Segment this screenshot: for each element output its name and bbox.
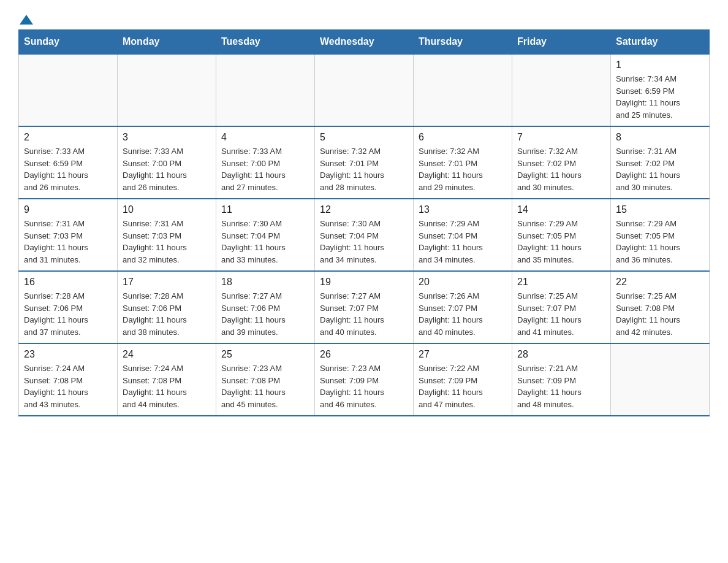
calendar-day-cell: 22Sunrise: 7:25 AM Sunset: 7:08 PM Dayli… bbox=[611, 271, 710, 343]
day-number: 14 bbox=[517, 204, 605, 215]
calendar-day-cell bbox=[216, 54, 315, 126]
calendar-week-row: 16Sunrise: 7:28 AM Sunset: 7:06 PM Dayli… bbox=[19, 271, 710, 343]
day-info: Sunrise: 7:21 AM Sunset: 7:09 PM Dayligh… bbox=[517, 362, 605, 410]
day-info: Sunrise: 7:25 AM Sunset: 7:08 PM Dayligh… bbox=[616, 290, 704, 338]
day-number: 28 bbox=[517, 349, 605, 360]
calendar-day-cell: 28Sunrise: 7:21 AM Sunset: 7:09 PM Dayli… bbox=[512, 343, 611, 416]
calendar-day-cell: 25Sunrise: 7:23 AM Sunset: 7:08 PM Dayli… bbox=[216, 343, 315, 416]
day-number: 7 bbox=[517, 132, 605, 143]
day-number: 6 bbox=[419, 132, 507, 143]
day-number: 20 bbox=[419, 277, 507, 288]
calendar-day-cell: 27Sunrise: 7:22 AM Sunset: 7:09 PM Dayli… bbox=[414, 343, 512, 416]
day-info: Sunrise: 7:25 AM Sunset: 7:07 PM Dayligh… bbox=[517, 290, 605, 338]
calendar-day-cell: 9Sunrise: 7:31 AM Sunset: 7:03 PM Daylig… bbox=[19, 199, 118, 271]
calendar-day-cell: 26Sunrise: 7:23 AM Sunset: 7:09 PM Dayli… bbox=[315, 343, 414, 416]
calendar-week-row: 1Sunrise: 7:34 AM Sunset: 6:59 PM Daylig… bbox=[19, 54, 710, 126]
calendar-day-cell: 20Sunrise: 7:26 AM Sunset: 7:07 PM Dayli… bbox=[414, 271, 512, 343]
day-info: Sunrise: 7:31 AM Sunset: 7:03 PM Dayligh… bbox=[24, 218, 112, 266]
calendar-day-cell bbox=[512, 54, 611, 126]
day-number: 25 bbox=[221, 349, 309, 360]
calendar-day-cell: 11Sunrise: 7:30 AM Sunset: 7:04 PM Dayli… bbox=[216, 199, 315, 271]
calendar-day-cell: 19Sunrise: 7:27 AM Sunset: 7:07 PM Dayli… bbox=[315, 271, 414, 343]
day-number: 10 bbox=[123, 204, 211, 215]
calendar-day-cell: 5Sunrise: 7:32 AM Sunset: 7:01 PM Daylig… bbox=[315, 126, 414, 199]
day-number: 15 bbox=[616, 204, 704, 215]
day-number: 26 bbox=[320, 349, 408, 360]
day-info: Sunrise: 7:22 AM Sunset: 7:09 PM Dayligh… bbox=[419, 362, 507, 410]
logo-triangle-icon bbox=[20, 13, 33, 26]
day-number: 2 bbox=[24, 132, 112, 143]
day-info: Sunrise: 7:27 AM Sunset: 7:06 PM Dayligh… bbox=[221, 290, 309, 338]
day-info: Sunrise: 7:31 AM Sunset: 7:03 PM Dayligh… bbox=[123, 218, 211, 266]
day-info: Sunrise: 7:24 AM Sunset: 7:08 PM Dayligh… bbox=[123, 362, 211, 410]
day-number: 9 bbox=[24, 204, 112, 215]
calendar-day-cell bbox=[315, 54, 414, 126]
calendar-day-cell: 13Sunrise: 7:29 AM Sunset: 7:04 PM Dayli… bbox=[414, 199, 512, 271]
calendar-day-cell bbox=[414, 54, 512, 126]
calendar-day-cell: 4Sunrise: 7:33 AM Sunset: 7:00 PM Daylig… bbox=[216, 126, 315, 199]
svg-marker-0 bbox=[20, 15, 33, 25]
day-info: Sunrise: 7:30 AM Sunset: 7:04 PM Dayligh… bbox=[320, 218, 408, 266]
calendar-day-cell: 14Sunrise: 7:29 AM Sunset: 7:05 PM Dayli… bbox=[512, 199, 611, 271]
day-info: Sunrise: 7:34 AM Sunset: 6:59 PM Dayligh… bbox=[616, 73, 704, 121]
day-info: Sunrise: 7:29 AM Sunset: 7:05 PM Dayligh… bbox=[616, 218, 704, 266]
day-number: 16 bbox=[24, 277, 112, 288]
weekday-header-monday: Monday bbox=[118, 30, 216, 55]
day-number: 5 bbox=[320, 132, 408, 143]
day-info: Sunrise: 7:26 AM Sunset: 7:07 PM Dayligh… bbox=[419, 290, 507, 338]
day-number: 3 bbox=[123, 132, 211, 143]
day-info: Sunrise: 7:32 AM Sunset: 7:01 PM Dayligh… bbox=[320, 145, 408, 193]
calendar-day-cell: 15Sunrise: 7:29 AM Sunset: 7:05 PM Dayli… bbox=[611, 199, 710, 271]
day-number: 11 bbox=[221, 204, 309, 215]
calendar-day-cell: 1Sunrise: 7:34 AM Sunset: 6:59 PM Daylig… bbox=[611, 54, 710, 126]
calendar-week-row: 9Sunrise: 7:31 AM Sunset: 7:03 PM Daylig… bbox=[19, 199, 710, 271]
calendar-day-cell: 2Sunrise: 7:33 AM Sunset: 6:59 PM Daylig… bbox=[19, 126, 118, 199]
calendar-day-cell: 3Sunrise: 7:33 AM Sunset: 7:00 PM Daylig… bbox=[118, 126, 216, 199]
day-number: 24 bbox=[123, 349, 211, 360]
page-header bbox=[18, 12, 710, 23]
calendar-day-cell: 12Sunrise: 7:30 AM Sunset: 7:04 PM Dayli… bbox=[315, 199, 414, 271]
weekday-header-tuesday: Tuesday bbox=[216, 30, 315, 55]
day-number: 19 bbox=[320, 277, 408, 288]
calendar-day-cell bbox=[118, 54, 216, 126]
calendar-week-row: 2Sunrise: 7:33 AM Sunset: 6:59 PM Daylig… bbox=[19, 126, 710, 199]
day-info: Sunrise: 7:31 AM Sunset: 7:02 PM Dayligh… bbox=[616, 145, 704, 193]
day-info: Sunrise: 7:32 AM Sunset: 7:01 PM Dayligh… bbox=[419, 145, 507, 193]
day-info: Sunrise: 7:33 AM Sunset: 6:59 PM Dayligh… bbox=[24, 145, 112, 193]
weekday-header-thursday: Thursday bbox=[414, 30, 512, 55]
day-number: 12 bbox=[320, 204, 408, 215]
day-info: Sunrise: 7:30 AM Sunset: 7:04 PM Dayligh… bbox=[221, 218, 309, 266]
calendar-day-cell: 23Sunrise: 7:24 AM Sunset: 7:08 PM Dayli… bbox=[19, 343, 118, 416]
day-number: 13 bbox=[419, 204, 507, 215]
day-info: Sunrise: 7:29 AM Sunset: 7:05 PM Dayligh… bbox=[517, 218, 605, 266]
day-number: 8 bbox=[616, 132, 704, 143]
day-number: 23 bbox=[24, 349, 112, 360]
calendar-day-cell: 21Sunrise: 7:25 AM Sunset: 7:07 PM Dayli… bbox=[512, 271, 611, 343]
calendar-day-cell: 17Sunrise: 7:28 AM Sunset: 7:06 PM Dayli… bbox=[118, 271, 216, 343]
day-info: Sunrise: 7:32 AM Sunset: 7:02 PM Dayligh… bbox=[517, 145, 605, 193]
day-info: Sunrise: 7:33 AM Sunset: 7:00 PM Dayligh… bbox=[123, 145, 211, 193]
calendar-day-cell: 16Sunrise: 7:28 AM Sunset: 7:06 PM Dayli… bbox=[19, 271, 118, 343]
calendar-day-cell bbox=[19, 54, 118, 126]
day-info: Sunrise: 7:28 AM Sunset: 7:06 PM Dayligh… bbox=[24, 290, 112, 338]
calendar-day-cell: 6Sunrise: 7:32 AM Sunset: 7:01 PM Daylig… bbox=[414, 126, 512, 199]
calendar-day-cell: 7Sunrise: 7:32 AM Sunset: 7:02 PM Daylig… bbox=[512, 126, 611, 199]
weekday-header-row: SundayMondayTuesdayWednesdayThursdayFrid… bbox=[19, 30, 710, 55]
day-number: 22 bbox=[616, 277, 704, 288]
day-info: Sunrise: 7:27 AM Sunset: 7:07 PM Dayligh… bbox=[320, 290, 408, 338]
day-number: 4 bbox=[221, 132, 309, 143]
calendar-day-cell bbox=[611, 343, 710, 416]
calendar-day-cell: 18Sunrise: 7:27 AM Sunset: 7:06 PM Dayli… bbox=[216, 271, 315, 343]
weekday-header-sunday: Sunday bbox=[19, 30, 118, 55]
logo bbox=[18, 12, 33, 23]
day-number: 21 bbox=[517, 277, 605, 288]
day-info: Sunrise: 7:23 AM Sunset: 7:08 PM Dayligh… bbox=[221, 362, 309, 410]
calendar-day-cell: 10Sunrise: 7:31 AM Sunset: 7:03 PM Dayli… bbox=[118, 199, 216, 271]
weekday-header-saturday: Saturday bbox=[611, 30, 710, 55]
calendar-week-row: 23Sunrise: 7:24 AM Sunset: 7:08 PM Dayli… bbox=[19, 343, 710, 416]
day-number: 17 bbox=[123, 277, 211, 288]
calendar-table: SundayMondayTuesdayWednesdayThursdayFrid… bbox=[18, 29, 710, 416]
weekday-header-wednesday: Wednesday bbox=[315, 30, 414, 55]
day-info: Sunrise: 7:33 AM Sunset: 7:00 PM Dayligh… bbox=[221, 145, 309, 193]
day-info: Sunrise: 7:23 AM Sunset: 7:09 PM Dayligh… bbox=[320, 362, 408, 410]
